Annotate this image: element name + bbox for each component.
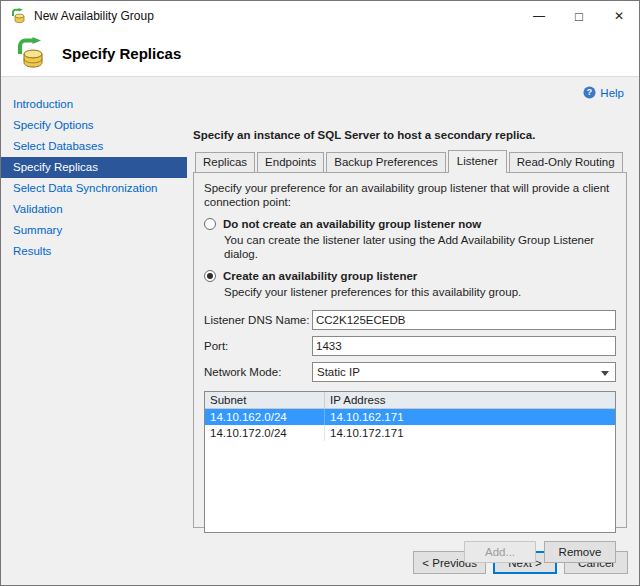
network-mode-selected-value: Static IP — [317, 366, 360, 378]
radio-row-create-listener: Create an availability group listener — [204, 270, 616, 282]
table-row[interactable]: 14.10.162.0/24 14.10.162.171 — [205, 409, 615, 425]
sidebar-item-specify-replicas[interactable]: Specify Replicas — [1, 157, 187, 178]
create-listener-radio-label[interactable]: Create an availability group listener — [223, 270, 417, 282]
listener-tab-panel: Specify your preference for an availabil… — [193, 172, 627, 528]
maximize-button[interactable]: □ — [559, 1, 599, 31]
minimize-button[interactable]: — — [519, 1, 559, 31]
add-button[interactable]: Add... — [464, 541, 536, 563]
network-mode-field-row: Network Mode: Static IP — [204, 362, 616, 382]
grid-header-subnet[interactable]: Subnet — [205, 392, 325, 408]
tab-strip: Replicas Endpoints Backup Preferences Li… — [193, 150, 627, 172]
titlebar: New Availability Group — □ ✕ — [1, 1, 639, 31]
no-listener-radio-label[interactable]: Do not create an availability group list… — [223, 218, 481, 230]
help-link[interactable]: ? Help — [583, 86, 624, 99]
tab-backup-preferences[interactable]: Backup Preferences — [326, 152, 446, 172]
help-label: Help — [600, 87, 624, 99]
subnet-cell: 14.10.162.0/24 — [205, 409, 325, 425]
port-input[interactable] — [312, 336, 616, 356]
availability-group-app-icon — [10, 8, 26, 24]
port-label: Port: — [204, 340, 312, 352]
network-mode-label: Network Mode: — [204, 366, 312, 378]
grid-header-ip-address[interactable]: IP Address — [325, 392, 615, 408]
create-listener-radio[interactable] — [204, 270, 216, 282]
dns-name-input[interactable] — [312, 310, 616, 330]
tab-read-only-routing[interactable]: Read-Only Routing — [509, 152, 623, 172]
sidebar-item-results[interactable]: Results — [1, 241, 187, 262]
sidebar-item-introduction[interactable]: Introduction — [1, 94, 187, 115]
port-field-row: Port: — [204, 336, 616, 356]
tab-replicas[interactable]: Replicas — [195, 152, 255, 172]
wizard-body: Introduction Specify Options Select Data… — [1, 77, 639, 540]
no-listener-description: You can create the listener later using … — [224, 233, 616, 261]
sidebar-item-validation[interactable]: Validation — [1, 199, 187, 220]
sidebar-item-select-databases[interactable]: Select Databases — [1, 136, 187, 157]
sidebar-item-select-data-synchronization[interactable]: Select Data Synchronization — [1, 178, 187, 199]
window-title: New Availability Group — [34, 9, 154, 23]
subnet-cell: 14.10.172.0/24 — [205, 425, 325, 441]
close-button[interactable]: ✕ — [599, 1, 639, 31]
dns-name-field-row: Listener DNS Name: — [204, 310, 616, 330]
ip-address-cell: 14.10.172.171 — [325, 425, 615, 441]
network-mode-select[interactable]: Static IP — [312, 362, 616, 382]
table-row[interactable]: 14.10.172.0/24 14.10.172.171 — [205, 425, 615, 441]
listener-intro-text: Specify your preference for an availabil… — [204, 181, 616, 209]
sidebar-item-specify-options[interactable]: Specify Options — [1, 115, 187, 136]
wizard-steps-sidebar: Introduction Specify Options Select Data… — [1, 77, 187, 540]
help-icon: ? — [583, 86, 596, 99]
window-controls: — □ ✕ — [519, 1, 639, 31]
wizard-header: Specify Replicas — [1, 31, 639, 77]
content-area: ? Help Specify an instance of SQL Server… — [187, 77, 639, 540]
subnet-ip-grid: Subnet IP Address 14.10.162.0/24 14.10.1… — [204, 391, 616, 533]
remove-button[interactable]: Remove — [544, 541, 616, 563]
create-listener-description: Specify your listener preferences for th… — [224, 285, 616, 299]
radio-row-no-listener: Do not create an availability group list… — [204, 218, 616, 230]
page-title: Specify Replicas — [62, 45, 181, 62]
new-availability-group-dialog: New Availability Group — □ ✕ Specify Rep… — [0, 0, 640, 586]
grid-header-row: Subnet IP Address — [205, 392, 615, 409]
dns-name-label: Listener DNS Name: — [204, 314, 312, 326]
svg-text:?: ? — [587, 87, 592, 97]
grid-button-row: Add... Remove — [204, 541, 616, 563]
no-listener-radio[interactable] — [204, 218, 216, 230]
sidebar-item-summary[interactable]: Summary — [1, 220, 187, 241]
ip-address-cell: 14.10.162.171 — [325, 409, 615, 425]
availability-group-header-icon — [14, 37, 48, 71]
chevron-down-icon — [601, 371, 609, 376]
tab-endpoints[interactable]: Endpoints — [257, 152, 324, 172]
tab-listener[interactable]: Listener — [448, 150, 507, 173]
instruction-text: Specify an instance of SQL Server to hos… — [193, 129, 627, 141]
